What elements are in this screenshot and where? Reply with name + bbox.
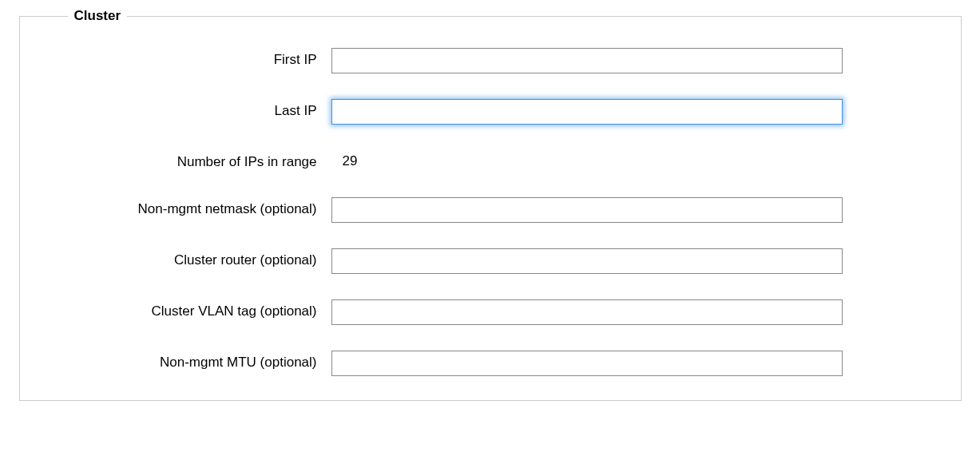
input-last-ip[interactable] <box>331 99 843 125</box>
row-nonmgmt-mtu: Non-mgmt MTU (optional) <box>52 351 929 376</box>
control-wrap-cluster-vlan <box>331 299 843 325</box>
row-cluster-vlan: Cluster VLAN tag (optional) <box>52 299 929 325</box>
control-wrap-last-ip <box>331 99 843 125</box>
label-last-ip: Last IP <box>52 99 331 121</box>
input-nonmgmt-mtu[interactable] <box>331 351 843 376</box>
control-wrap-num-ips: 29 <box>331 150 843 169</box>
row-nonmgmt-netmask: Non-mgmt netmask (optional) <box>52 197 929 223</box>
control-wrap-nonmgmt-mtu <box>331 351 843 376</box>
cluster-legend: Cluster <box>68 8 128 24</box>
label-cluster-vlan: Cluster VLAN tag (optional) <box>52 299 331 321</box>
input-nonmgmt-netmask[interactable] <box>331 197 843 223</box>
input-cluster-router[interactable] <box>331 248 843 274</box>
control-wrap-nonmgmt-netmask <box>331 197 843 223</box>
label-first-ip: First IP <box>52 48 331 69</box>
value-num-ips: 29 <box>331 150 358 169</box>
row-first-ip: First IP <box>52 48 929 73</box>
cluster-fieldset: Cluster First IP Last IP Number of IPs i… <box>19 8 962 401</box>
label-num-ips: Number of IPs in range <box>52 150 331 172</box>
input-cluster-vlan[interactable] <box>331 299 843 325</box>
input-first-ip[interactable] <box>331 48 843 73</box>
label-cluster-router: Cluster router (optional) <box>52 248 331 270</box>
label-nonmgmt-mtu: Non-mgmt MTU (optional) <box>52 351 331 372</box>
row-last-ip: Last IP <box>52 99 929 125</box>
label-nonmgmt-netmask: Non-mgmt netmask (optional) <box>52 197 331 219</box>
control-wrap-cluster-router <box>331 248 843 274</box>
row-num-ips: Number of IPs in range 29 <box>52 150 929 172</box>
control-wrap-first-ip <box>331 48 843 73</box>
row-cluster-router: Cluster router (optional) <box>52 248 929 274</box>
